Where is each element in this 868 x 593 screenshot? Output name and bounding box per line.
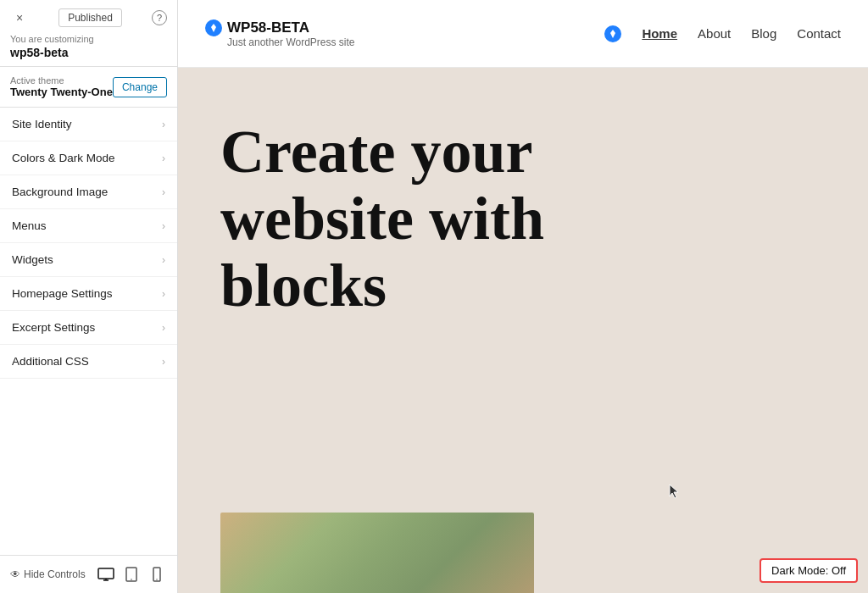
svg-point-4 (131, 579, 132, 580)
nav-item-label: Additional CSS (12, 355, 89, 368)
nav-item-background-image[interactable]: Background Image› (0, 175, 177, 209)
mobile-icon (153, 567, 161, 582)
sidebar: × Published ? You are customizing wp58-b… (0, 0, 178, 593)
nav-item-label: Site Identity (12, 118, 72, 130)
nav-item-site-identity[interactable]: Site Identity› (0, 108, 177, 141)
preview-nav: WP58-BETA Just another WordPress site Ho… (178, 0, 868, 68)
nav-item-colors--dark-mode[interactable]: Colors & Dark Mode› (0, 141, 177, 175)
theme-section: Active theme Twenty Twenty-One Change (0, 67, 177, 108)
nav-item-label: Widgets (12, 253, 53, 266)
nav-item-label: Colors & Dark Mode (12, 152, 115, 164)
nav-edit-dot[interactable] (604, 25, 621, 42)
theme-name: Twenty Twenty-One (10, 86, 113, 98)
nav-item-homepage-settings[interactable]: Homepage Settings› (0, 277, 177, 311)
site-name: wp58-beta (10, 46, 167, 59)
published-button[interactable]: Published (58, 8, 122, 27)
nav-link-contact[interactable]: Contact (797, 26, 841, 41)
close-button[interactable]: × (10, 8, 29, 27)
tablet-icon (125, 567, 137, 582)
nav-item-excerpt-settings[interactable]: Excerpt Settings› (0, 311, 177, 345)
nav-edit-icon (608, 29, 618, 39)
nav-item-label: Background Image (12, 186, 108, 198)
chevron-right-icon: › (162, 119, 165, 130)
chevron-right-icon: › (162, 322, 165, 334)
help-icon[interactable]: ? (152, 10, 167, 25)
chevron-right-icon: › (162, 220, 165, 232)
hide-controls-label: Hide Controls (24, 568, 86, 580)
hide-controls-button[interactable]: 👁 Hide Controls (10, 568, 86, 580)
customizing-label: You are customizing (10, 34, 167, 44)
nav-link-blog[interactable]: Blog (751, 26, 776, 41)
svg-rect-0 (98, 568, 114, 579)
nav-link-home[interactable]: Home (642, 26, 677, 41)
change-theme-button[interactable]: Change (113, 77, 167, 97)
nav-item-additional-css[interactable]: Additional CSS› (0, 345, 177, 379)
chevron-right-icon: › (162, 288, 165, 300)
sidebar-header: × Published ? You are customizing wp58-b… (0, 0, 177, 67)
brand-logo-dot[interactable] (205, 19, 222, 36)
eye-icon: 👁 (10, 568, 20, 580)
chevron-right-icon: › (162, 356, 165, 368)
mobile-view-button[interactable] (147, 564, 167, 585)
nav-items-list: Site Identity›Colors & Dark Mode›Backgro… (0, 108, 177, 555)
desktop-icon (97, 568, 114, 581)
nav-item-label: Homepage Settings (12, 287, 113, 300)
brand-logo-icon (209, 23, 219, 33)
chevron-right-icon: › (162, 152, 165, 164)
hero-title: Create your website with blocks (220, 119, 712, 320)
preview-area: WP58-BETA Just another WordPress site Ho… (178, 0, 868, 593)
nav-item-widgets[interactable]: Widgets› (0, 243, 177, 277)
brand-name: WP58-BETA (227, 19, 309, 36)
nav-item-menus[interactable]: Menus› (0, 209, 177, 243)
svg-point-6 (156, 579, 157, 579)
preview-brand: WP58-BETA Just another WordPress site (205, 19, 355, 48)
preview-hero: Create your website with blocks (178, 68, 868, 346)
theme-label: Active theme (10, 75, 113, 86)
preview-painting (220, 513, 534, 593)
desktop-view-button[interactable] (96, 564, 116, 585)
tablet-view-button[interactable] (121, 564, 142, 585)
brand-tagline: Just another WordPress site (227, 36, 355, 48)
cursor (668, 483, 680, 503)
nav-link-about[interactable]: About (698, 26, 731, 41)
nav-item-label: Excerpt Settings (12, 321, 95, 334)
device-icons (96, 564, 167, 585)
dark-mode-badge[interactable]: Dark Mode: Off (760, 558, 858, 583)
preview-nav-links: Home About Blog Contact (604, 25, 841, 42)
chevron-right-icon: › (162, 254, 165, 266)
chevron-right-icon: › (162, 186, 165, 198)
sidebar-footer: 👁 Hide Controls (0, 555, 177, 593)
nav-item-label: Menus (12, 219, 47, 232)
